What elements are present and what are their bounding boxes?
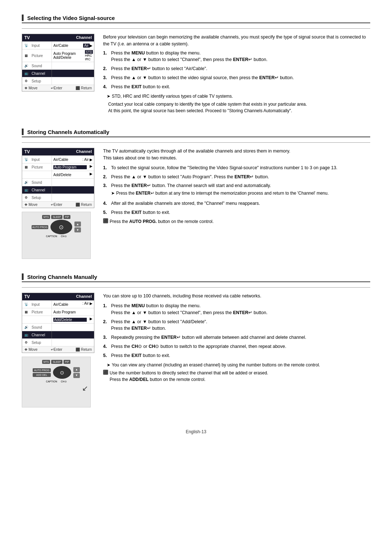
sound-icon-3: 🔊	[22, 324, 30, 331]
menu-options-sound	[52, 62, 94, 69]
menu2-label-blank	[30, 171, 52, 178]
mts-btn: MTS	[42, 215, 50, 219]
section-storing-manual: Storing Channels Manually TV Channel 📡 I…	[22, 273, 370, 407]
menu3-options-input: Air/Cable	[52, 301, 81, 308]
auto-step-2: 2. Press the ▲ or ▼ button to select "Au…	[103, 174, 370, 180]
antenna-icon-3: 📡	[22, 301, 30, 308]
remote2-shape: ⊙	[53, 366, 71, 379]
remote-diagram-manual: MTS SLEEP PIP AUTO PROG ADD DEL ⊙	[22, 357, 91, 407]
menu3-row-input: 📡 Input Air/Cable : Air ▶	[22, 300, 94, 308]
menu2-label-input: Input	[30, 156, 52, 163]
mts-btn-2: MTS	[42, 360, 50, 364]
menu3-row-channel: 📺 Channel	[22, 331, 94, 338]
section-content-storing-auto: TV Channel 📡 Input Air/Cable : Air ▶ ▦ P…	[22, 148, 370, 259]
menu3-options-setup	[52, 339, 94, 346]
sound-icon: 🔊	[22, 62, 30, 69]
menu-header-2: TV Channel	[22, 148, 94, 155]
remote-shape: ⊙	[50, 220, 72, 234]
auto-step-3: 3. Press the ENTER↵ button. The channel …	[103, 182, 370, 198]
menu-label-picture: Picture	[30, 49, 52, 62]
menu-header: TV Channel	[22, 34, 94, 41]
remote-top-buttons: MTS SLEEP PIP	[42, 215, 71, 219]
menu-box-3: TV Channel 📡 Input Air/Cable : Air ▶ ▦ P…	[22, 293, 94, 353]
picture-icon-3: ▦	[22, 308, 30, 316]
setup-icon-2: ⚙	[22, 194, 30, 201]
step-3: 3. Press the ▲ or ▼ button to select the…	[103, 74, 370, 81]
title-bar-icon	[22, 15, 24, 21]
menu2-arrow: ▶	[88, 163, 94, 171]
menu2-row-input: 📡 Input Air/Cable : Air ▶	[22, 155, 94, 163]
auto-step-1: 1. To select the signal source, follow t…	[103, 165, 370, 171]
blank-icon-3	[22, 316, 30, 323]
section-title-storing-auto: Storing Channels Automatically	[22, 129, 370, 137]
menu-footer-2: ❖ Move ↵Enter ⬛ Return	[22, 201, 94, 208]
menu2-row-channel: 📺 Channel	[22, 186, 94, 194]
remote2-arrows: ▲ ▼	[73, 367, 80, 378]
menu-row-setup: ⚙ Setup	[22, 77, 94, 85]
menu-footer: ❖ Move ↵Enter ⬛ Return	[22, 85, 94, 91]
manual-step-3: 3. Repeatedly pressing the ENTER↵ button…	[103, 334, 370, 341]
remote2-top-buttons: MTS SLEEP PIP	[42, 360, 71, 364]
remote2-dpad: ⊙	[53, 366, 71, 379]
menu-options-setup	[52, 77, 94, 85]
step-1: 1. Press the MENU button to display the …	[103, 50, 370, 64]
pip-btn-2: PIP	[64, 360, 70, 364]
menu-label-input: Input	[30, 42, 52, 49]
menu2-arrow2: ▶	[88, 171, 94, 178]
footer2-move: ❖ Move	[24, 203, 37, 207]
menu3-air-option: : Air ▶	[81, 301, 94, 308]
menu3-label-blank	[30, 316, 52, 323]
adddel-btn: ADD DEL	[33, 373, 51, 377]
menu-box: TV Channel 📡 Input Air/Cable Air ▶	[22, 34, 94, 92]
blank-icon-2	[22, 171, 30, 178]
tv-menu-storing-auto: TV Channel 📡 Input Air/Cable : Air ▶ ▦ P…	[22, 148, 94, 259]
menu3-label-channel: Channel	[30, 331, 52, 338]
menu3-options-autoprogram: Auto Program	[52, 308, 94, 316]
menu-options-input: Air/Cable	[52, 42, 82, 49]
remote2-bottom-labels: CAPTION CH⊙	[46, 380, 66, 383]
footer-return: ⬛ Return	[75, 86, 92, 90]
menu3-label-picture: Picture	[30, 308, 52, 316]
pip-btn: PIP	[64, 215, 70, 219]
footer3-return: ⬛ Return	[75, 348, 92, 352]
footer3-move: ❖ Move	[24, 348, 37, 352]
remote2-left-area: AUTO PROG ADD DEL	[33, 368, 51, 377]
autoprog-btn: AUTO PROG	[32, 225, 48, 229]
remote2-center: AUTO PROG ADD DEL ⊙ ▲ ▼	[33, 366, 80, 379]
setup-icon: ⚙	[22, 77, 30, 85]
picture-icon: ▦	[22, 49, 30, 62]
menu2-air-option: : Air ▶	[81, 156, 94, 163]
menu3-row-setup: ⚙ Setup	[22, 338, 94, 346]
step-4: 4. Press the EXIT button to exit.	[103, 84, 370, 90]
footer3-enter: ↵Enter	[51, 348, 62, 352]
page-footer: English-13	[22, 429, 370, 434]
remote-dpad: ⊙	[50, 220, 72, 234]
auto-step-4: 4. After all the available channels are …	[103, 200, 370, 207]
remote-bottom-labels: CAPTION CH⊙	[46, 235, 66, 238]
option-autoprogram: Auto Program	[53, 52, 82, 56]
remote-center: AUTO PROG ⊙ ▲ ▼	[32, 220, 81, 234]
manual-notes: ➤ You can view any channel (including an…	[103, 362, 370, 383]
menu3-label-input: Input	[30, 301, 52, 308]
arrow-down-2: ▼	[73, 373, 80, 378]
section-content-video-signal: TV Channel 📡 Input Air/Cable Air ▶	[22, 34, 370, 114]
remote-diagram-auto: MTS SLEEP PIP AUTO PROG ⊙	[22, 212, 91, 259]
footer2-enter: ↵Enter	[51, 203, 62, 207]
remote-left-area: AUTO PROG	[32, 225, 48, 229]
page-container: Selecting the Video Signal-source TV Cha…	[22, 15, 370, 434]
antenna-icon-2: 📡	[22, 156, 30, 163]
antenna-icon: 📡	[22, 42, 30, 49]
section-video-signal: Selecting the Video Signal-source TV Cha…	[22, 15, 370, 114]
menu2-options-input: Air/Cable	[52, 156, 81, 163]
menu-label-sound: Sound	[30, 62, 52, 69]
manual-step-1: 1. Press the MENU button to display the …	[103, 303, 370, 316]
option-aircable: Air/Cable	[53, 44, 80, 48]
section-storing-auto: Storing Channels Automatically TV Channe…	[22, 129, 370, 259]
menu3-options-channel	[52, 331, 94, 338]
menu3-label-setup: Setup	[30, 339, 52, 346]
menu2-label-channel: Channel	[30, 186, 52, 194]
menu2-label-picture: Picture	[30, 163, 52, 171]
tv-menu-video-signal: TV Channel 📡 Input Air/Cable Air ▶	[22, 34, 94, 92]
instructions-storing-manual: You can store up to 100 channels, includ…	[103, 293, 370, 383]
menu2-label-sound: Sound	[30, 179, 52, 186]
